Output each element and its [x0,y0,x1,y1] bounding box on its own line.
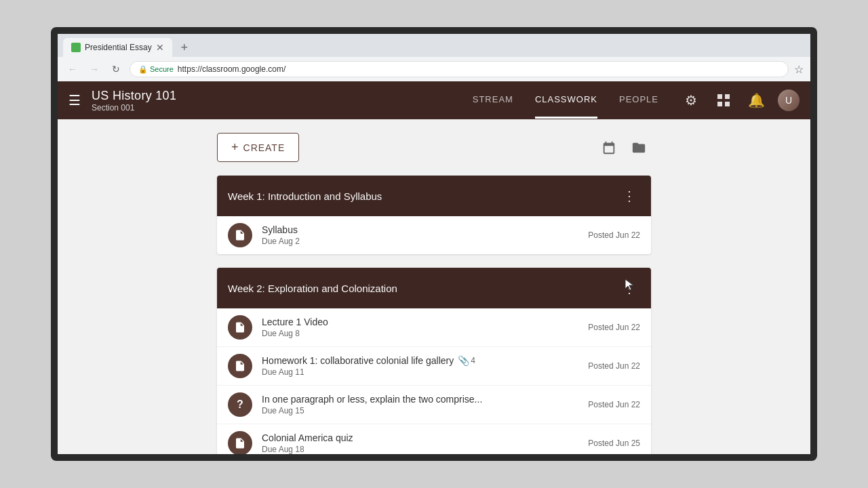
assignment-paragraph-posted: Posted Jun 22 [588,400,640,409]
week-1-header: Week 1: Introduction and Syllabus ⋮ [217,176,651,216]
assignment-syllabus-posted: Posted Jun 22 [588,230,640,240]
browser-tab[interactable]: Presidential Essay ✕ [63,38,172,57]
forward-button[interactable]: → [86,61,102,77]
tab-close-button[interactable]: ✕ [156,42,164,53]
assignment-quiz-due: Due Aug 18 [262,445,588,454]
assignment-syllabus-name: Syllabus [262,224,588,235]
assignment-quiz-posted: Posted Jun 25 [588,439,640,448]
svg-rect-0 [717,94,722,99]
secure-label: Secure [150,65,174,73]
assignment-homework1-name: Homework 1: collaborative colonial life … [262,355,588,366]
assignment-quiz[interactable]: Colonial America quiz Due Aug 18 Posted … [217,424,651,454]
create-plus-icon: + [231,140,239,155]
class-name: US History 101 [92,89,176,103]
assignment-homework1[interactable]: Homework 1: collaborative colonial life … [217,347,651,386]
nav-people[interactable]: PEOPLE [619,82,658,119]
tab-favicon [71,43,81,52]
tab-title: Presidential Essay [85,43,152,52]
browser-chrome: Presidential Essay ✕ + ← → ↻ 🔒 Secure ht… [58,34,810,81]
assignment-question-icon: ? [228,392,252,417]
assignment-lecture1-info: Lecture 1 Video Due Aug 8 [262,317,588,338]
toolbar-icons [597,136,651,160]
header-nav: STREAM CLASSWORK PEOPLE [473,82,658,119]
assignment-paragraph[interactable]: ? In one paragraph or less, explain the … [217,386,651,424]
assignment-lecture1-posted: Posted Jun 22 [588,323,640,332]
refresh-button[interactable]: ↻ [108,61,124,77]
assignment-lecture-icon [228,315,252,340]
assignment-paragraph-info: In one paragraph or less, explain the tw… [262,394,588,415]
assignment-lecture1-due: Due Aug 8 [262,329,588,338]
create-label: CREATE [243,142,285,153]
new-tab-button[interactable]: + [175,38,194,57]
bookmark-button[interactable]: ☆ [794,63,804,76]
toolbar: + CREATE [217,133,651,162]
week-2-header: Week 2: Exploration and Colonization ⋮ [217,268,651,308]
week-1-title: Week 1: Introduction and Syllabus [228,190,382,202]
svg-rect-1 [725,94,730,99]
assignment-homework1-info: Homework 1: collaborative colonial life … [262,355,588,377]
assignment-quiz-icon [228,431,252,454]
attachment-count: 4 [471,356,475,365]
lock-icon: 🔒 [138,65,148,74]
create-button[interactable]: + CREATE [217,133,299,162]
assignment-paragraph-name: In one paragraph or less, explain the tw… [262,394,588,405]
address-bar: ← → ↻ 🔒 Secure https://classroom.google.… [58,57,810,81]
settings-icon[interactable]: ⚙ [680,89,702,111]
week-1-menu-button[interactable]: ⋮ [618,185,640,207]
assignment-quiz-name: Colonial America quiz [262,432,588,443]
classroom-header: ☰ US History 101 Section 001 STREAM CLAS… [58,81,810,119]
hamburger-icon[interactable]: ☰ [68,92,81,108]
week-2-title: Week 2: Exploration and Colonization [228,283,397,294]
class-title: US History 101 Section 001 [92,89,176,113]
back-button[interactable]: ← [64,61,81,77]
avatar[interactable]: U [778,89,800,111]
monitor: Presidential Essay ✕ + ← → ↻ 🔒 Secure ht… [51,27,817,461]
class-section: Section 001 [92,103,176,113]
assignment-syllabus[interactable]: Syllabus Due Aug 2 Posted Jun 22 [217,216,651,254]
week-section-1: Week 1: Introduction and Syllabus ⋮ Syll… [217,176,651,254]
assignment-quiz-info: Colonial America quiz Due Aug 18 [262,432,588,454]
url-bar[interactable]: 🔒 Secure https://classroom.google.com/ [130,61,789,77]
assignment-syllabus-due: Due Aug 2 [262,237,588,246]
nav-classwork[interactable]: CLASSWORK [535,82,597,119]
week-2-menu-button[interactable]: ⋮ [618,277,640,299]
assignment-lecture1[interactable]: Lecture 1 Video Due Aug 8 Posted Jun 22 [217,308,651,347]
content-wrapper: + CREATE [217,133,651,454]
assignment-paragraph-due: Due Aug 15 [262,406,588,415]
secure-badge: 🔒 Secure [138,65,174,74]
assignment-doc-icon [228,223,252,247]
main-content: + CREATE [58,119,810,454]
assignment-homework1-due: Due Aug 11 [262,367,588,377]
calendar-view-button[interactable] [597,136,621,160]
url-text: https://classroom.google.com/ [178,64,285,74]
nav-stream[interactable]: STREAM [473,82,513,119]
assignment-lecture1-name: Lecture 1 Video [262,317,588,327]
apps-grid-icon[interactable] [713,89,734,111]
page-content: ☰ US History 101 Section 001 STREAM CLAS… [58,81,810,454]
bell-icon[interactable]: 🔔 [745,89,767,111]
attachment-badge: 📎 4 [458,355,475,366]
header-icons: ⚙ 🔔 U [680,89,800,111]
avatar-image: U [778,89,800,111]
assignment-homework-icon [228,354,252,378]
assignment-homework1-posted: Posted Jun 22 [588,361,640,371]
assignment-syllabus-info: Syllabus Due Aug 2 [262,224,588,246]
folder-button[interactable] [627,136,651,160]
week-section-2: Week 2: Exploration and Colonization ⋮ L… [217,268,651,454]
paperclip-icon: 📎 [458,355,469,366]
tab-bar: Presidential Essay ✕ + [58,34,810,57]
svg-rect-3 [725,102,730,106]
svg-rect-2 [717,102,722,106]
